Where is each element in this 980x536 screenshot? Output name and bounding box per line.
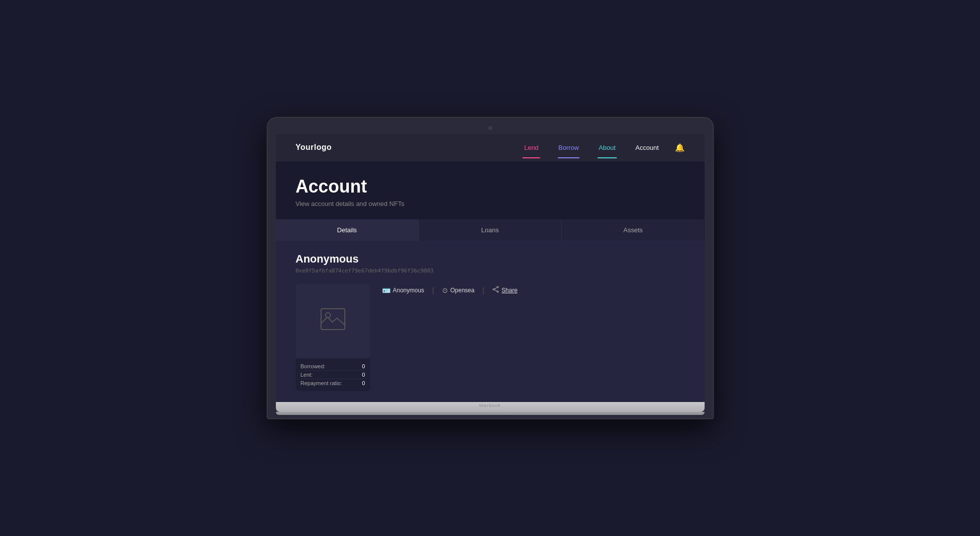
nav-link-borrow[interactable]: Borrow: [550, 141, 587, 154]
profile-icon: 🪪: [382, 286, 391, 294]
notification-bell-icon[interactable]: 🔔: [675, 143, 685, 152]
opensea-link-label: Opensea: [451, 287, 475, 294]
stat-borrowed-value: 0: [362, 363, 365, 369]
stat-repayment-value: 0: [362, 380, 365, 386]
screen-bezel: Yourlogo Lend Borrow About Account 🔔 Acc…: [267, 117, 714, 419]
opensea-link[interactable]: ⊙ Opensea: [442, 286, 475, 294]
tab-details[interactable]: Details: [276, 219, 419, 241]
page-title: Account: [296, 176, 685, 197]
content-area: Anonymous 0xe0f5afbfa874cef79e67deb4f9bd…: [276, 241, 705, 402]
user-links: 🪪 Anonymous | ⊙ Opensea |: [382, 286, 518, 294]
nav-link-lend[interactable]: Lend: [516, 141, 546, 154]
user-wallet-address: 0xe0f5afbfa874cef79e67deb4f9bdbf96f36c90…: [296, 268, 685, 274]
laptop-base: [276, 402, 705, 412]
svg-line-5: [494, 287, 497, 289]
anonymous-profile-link[interactable]: 🪪 Anonymous: [382, 286, 424, 294]
svg-line-6: [494, 290, 497, 291]
svg-point-4: [493, 289, 494, 290]
nav-link-account[interactable]: Account: [628, 141, 667, 154]
svg-point-1: [326, 313, 330, 318]
tab-loans[interactable]: Loans: [419, 219, 562, 241]
share-link[interactable]: Share: [492, 286, 518, 294]
svg-point-2: [497, 286, 498, 288]
navbar: Yourlogo Lend Borrow About Account 🔔: [276, 134, 705, 161]
user-card: Borrowed: 0 Lent: 0 Repayment ratio: 0: [296, 284, 685, 391]
stat-borrowed: Borrowed: 0: [301, 362, 365, 371]
opensea-icon: ⊙: [442, 286, 448, 294]
laptop-screen: Yourlogo Lend Borrow About Account 🔔 Acc…: [276, 134, 705, 402]
hero-section: Account View account details and owned N…: [276, 161, 705, 219]
stat-borrowed-label: Borrowed:: [301, 363, 326, 369]
image-placeholder-icon: [321, 308, 345, 335]
link-divider-2: |: [482, 286, 484, 294]
anonymous-link-label: Anonymous: [393, 287, 424, 294]
user-display-name: Anonymous: [296, 253, 685, 266]
nav-links: Lend Borrow About Account 🔔: [516, 141, 684, 154]
nav-logo: Yourlogo: [296, 143, 332, 152]
share-link-label: Share: [502, 287, 518, 294]
link-divider-1: |: [432, 286, 434, 294]
avatar-container: Borrowed: 0 Lent: 0 Repayment ratio: 0: [296, 284, 370, 391]
stat-repayment-label: Repayment ratio:: [301, 380, 342, 386]
laptop-shell: Yourlogo Lend Borrow About Account 🔔 Acc…: [267, 117, 714, 419]
page-subtitle: View account details and owned NFTs: [296, 200, 685, 207]
user-info-right: 🪪 Anonymous | ⊙ Opensea |: [382, 284, 518, 294]
stat-lent-value: 0: [362, 372, 365, 378]
stat-lent-label: Lent:: [301, 372, 313, 378]
laptop-foot: [276, 412, 705, 415]
avatar-stats: Borrowed: 0 Lent: 0 Repayment ratio: 0: [296, 358, 370, 391]
avatar-image: [296, 284, 370, 358]
share-icon: [492, 286, 499, 294]
app: Yourlogo Lend Borrow About Account 🔔 Acc…: [276, 134, 705, 402]
tab-assets[interactable]: Assets: [562, 219, 704, 241]
camera: [488, 126, 492, 130]
tabs-bar: Details Loans Assets: [276, 219, 705, 241]
svg-point-3: [497, 291, 498, 292]
stat-lent: Lent: 0: [301, 371, 365, 379]
nav-link-about[interactable]: About: [591, 141, 624, 154]
stat-repayment: Repayment ratio: 0: [301, 379, 365, 387]
